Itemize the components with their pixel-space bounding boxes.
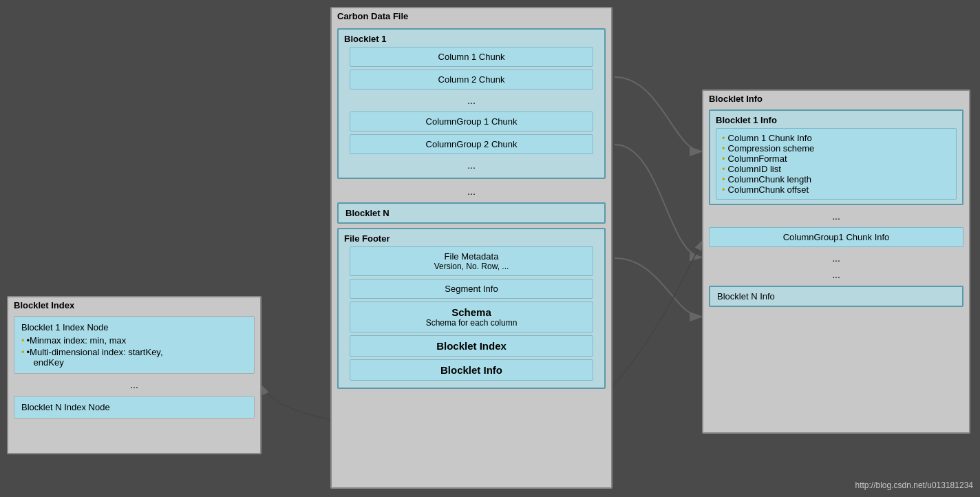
blocklet1-dots1: ... [344,92,599,109]
blocklet-index-box-outer: Blocklet Index Blocklet 1 Index Node • •… [7,296,262,454]
minmax-index: • •Minmax index: min, max [21,335,247,346]
file-footer-label: File Footer [344,233,599,244]
colgroup1-chunk: ColumnGroup 1 Chunk [350,112,593,131]
blocklet1-index-node: Blocklet 1 Index Node [21,322,247,332]
blocklet-info-dots1: ... [703,208,969,224]
colgroup1-chunk-info: ColumnGroup1 Chunk Info [783,232,890,242]
column-id-list: • ColumnID list [722,164,950,174]
schema-sub: Schema for each column [357,318,586,328]
blocklet-info-box-outer: Blocklet Info Blocklet 1 Info • Column 1… [702,89,970,434]
blocklet-info-title: Blocklet Info [703,91,969,107]
schema-box: Schema Schema for each column [350,302,593,332]
carbon-data-file-title: Carbon Data File [332,8,611,24]
watermark: http://blog.csdn.net/u013181234 [855,480,973,490]
blockletn-info: Blocklet N Info [717,291,955,302]
blockletn-label: Blocklet N [345,208,597,218]
blocklet-index-dots: ... [8,377,260,393]
carbon-data-file-box: Carbon Data File Blocklet 1 Column 1 Chu… [330,7,612,489]
blocklet-info-box: Blocklet Info [350,359,593,381]
file-metadata-text: File Metadata [357,251,586,262]
blocklet-index-title: Blocklet Index [8,297,260,313]
compression-scheme: • Compression scheme [722,143,950,154]
blocklet-info-dots2: ... [703,250,969,266]
col1-chunk-info: • Column 1 Chunk Info [722,133,950,143]
column-format: • ColumnFormat [722,154,950,164]
multidim-index: • •Multi-dimensional index: startKey, en… [21,347,247,368]
colgroup2-chunk: ColumnGroup 2 Chunk [350,134,593,154]
blocklet-info-dots3: ... [703,266,969,283]
column-chunk-length: • ColumnChunk length [722,174,950,184]
schema-label: Schema [357,306,586,318]
blocklet1-dots2: ... [344,157,599,173]
file-metadata-box: File Metadata Version, No. Row, ... [350,246,593,276]
middle-dots: ... [332,183,611,200]
blocklet-index-box: Blocklet Index [350,335,593,357]
blocklet1-label: Blocklet 1 [344,34,599,44]
col2-chunk: Column 2 Chunk [350,70,593,89]
blockletn-index-node: Blocklet N Index Node [21,402,247,412]
blocklet1-info-label: Blocklet 1 Info [716,115,957,125]
file-metadata-sub: Version, No. Row, ... [357,262,586,271]
col1-chunk: Column 1 Chunk [350,47,593,67]
segment-info-box: Segment Info [350,279,593,299]
column-chunk-offset: • ColumnChunk offset [722,184,950,195]
